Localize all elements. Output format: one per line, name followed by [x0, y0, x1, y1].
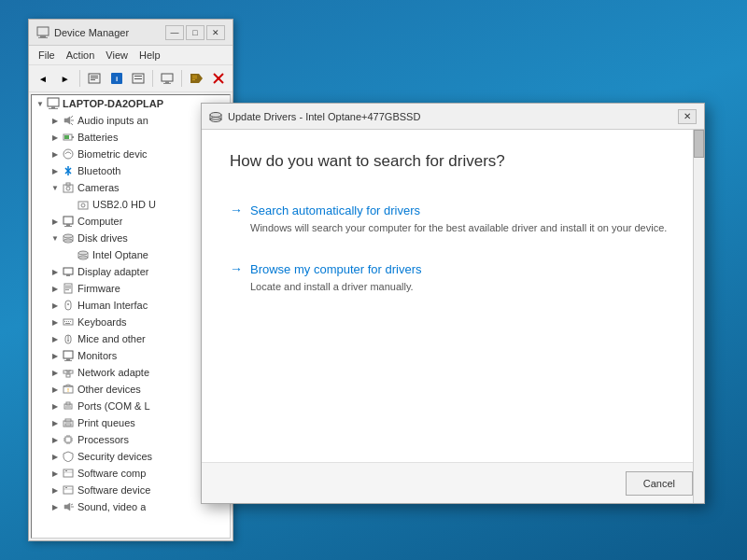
browse-title: Browse my computer for drivers	[250, 262, 422, 276]
svg-rect-50	[63, 268, 73, 274]
display-expand: ▶	[50, 267, 60, 276]
svg-rect-63	[65, 323, 70, 324]
optane-icon	[77, 248, 90, 261]
usb-camera-label: USB2.0 HD U	[92, 199, 156, 210]
minimize-button[interactable]: —	[165, 25, 184, 40]
properties-button[interactable]	[84, 68, 105, 89]
dialog-scroll-thumb[interactable]	[694, 130, 704, 158]
svg-rect-18	[192, 77, 197, 78]
svg-rect-70	[66, 374, 70, 377]
toolbar-separator-2	[152, 70, 153, 87]
svg-point-66	[67, 340, 69, 342]
audio-expand: ▶	[50, 116, 60, 125]
svg-rect-22	[48, 98, 59, 106]
svg-rect-42	[66, 224, 70, 226]
monitor-button[interactable]	[157, 68, 177, 89]
cancel-button[interactable]: Cancel	[626, 471, 693, 496]
svg-rect-87	[65, 437, 71, 442]
menu-action[interactable]: Action	[61, 48, 101, 63]
svg-rect-4	[91, 76, 98, 77]
print-expand: ▶	[50, 418, 60, 427]
svg-rect-61	[68, 321, 69, 322]
network-icon	[62, 366, 75, 379]
print-icon	[62, 416, 75, 429]
menu-view[interactable]: View	[100, 48, 134, 63]
security-label: Security devices	[78, 451, 152, 462]
mice-icon	[62, 332, 75, 345]
window-title: Device Manager	[54, 27, 129, 38]
menu-help[interactable]: Help	[134, 48, 166, 63]
svg-rect-98	[65, 470, 67, 471]
close-button[interactable]: ✕	[206, 25, 225, 40]
update-button[interactable]: i	[106, 68, 127, 89]
batteries-label: Batteries	[78, 132, 118, 143]
back-button[interactable]: ◄	[33, 68, 53, 89]
svg-rect-1	[40, 35, 46, 37]
svg-rect-12	[162, 74, 173, 81]
search-auto-desc: Windows will search your computer for th…	[250, 221, 676, 235]
browse-computer-option[interactable]: → Browse my computer for drivers Locate …	[230, 258, 676, 298]
svg-rect-11	[134, 78, 142, 79]
firmware-label: Firmware	[78, 283, 120, 294]
softwaredev-expand: ▶	[50, 485, 60, 495]
svg-point-57	[67, 303, 69, 305]
root-label: LAPTOP-DA2OPLAP	[63, 98, 163, 109]
keyboards-icon	[62, 315, 75, 329]
batteries-expand: ▶	[50, 133, 60, 142]
audio-icon	[62, 114, 75, 127]
browse-row: → Browse my computer for drivers	[230, 261, 676, 276]
title-bar-left: Device Manager	[36, 26, 129, 39]
remove-button[interactable]	[208, 68, 229, 89]
forward-button[interactable]: ►	[55, 68, 76, 89]
search-auto-row: → Search automatically for drivers	[230, 203, 676, 217]
svg-rect-23	[51, 106, 55, 108]
monitors-icon	[62, 349, 75, 362]
svg-rect-6	[91, 79, 95, 80]
scan-button[interactable]	[129, 68, 149, 89]
maximize-button[interactable]: □	[186, 25, 204, 40]
dialog-close-button[interactable]: ✕	[678, 109, 697, 124]
svg-rect-30	[72, 136, 74, 138]
hid-expand: ▶	[50, 301, 60, 310]
menu-file[interactable]: File	[33, 48, 61, 63]
svg-point-49	[78, 251, 88, 255]
dialog-scrollbar[interactable]	[693, 130, 704, 503]
disk-expand: ▼	[50, 233, 60, 243]
ports-icon	[62, 399, 75, 413]
svg-point-40	[81, 203, 85, 207]
sound-label: Sound, video a	[78, 501, 146, 512]
search-automatically-option[interactable]: → Search automatically for drivers Windo…	[230, 199, 676, 239]
computer-expand: ▶	[50, 217, 60, 226]
toolbar-separator-3	[181, 70, 182, 87]
svg-marker-16	[199, 74, 203, 83]
svg-rect-39	[78, 202, 88, 209]
monitors-expand: ▶	[50, 351, 60, 360]
dialog-content: How do you want to search for drivers? →…	[202, 130, 704, 462]
other-label: Other devices	[78, 384, 141, 395]
dialog-heading: How do you want to search for drivers?	[230, 152, 676, 171]
title-bar: Device Manager — □ ✕	[29, 20, 233, 46]
svg-rect-10	[134, 76, 142, 77]
disk-label: Disk drives	[78, 232, 128, 244]
processors-expand: ▶	[50, 435, 60, 444]
hid-label: Human Interfac	[78, 300, 148, 311]
other-icon: !	[62, 383, 75, 396]
biometric-icon	[62, 147, 75, 161]
svg-marker-25	[64, 117, 70, 124]
svg-rect-41	[63, 217, 73, 224]
update-drivers-dialog: Update Drivers - Intel Optane+477GBSSD ✕…	[201, 103, 705, 504]
browse-desc: Locate and install a driver manually.	[250, 280, 676, 294]
svg-rect-54	[65, 287, 71, 288]
biometric-label: Biometric devic	[78, 148, 148, 160]
softwaredev-label: Software device	[78, 484, 150, 496]
ports-expand: ▶	[50, 401, 60, 411]
root-expand-arrow: ▼	[35, 99, 45, 108]
search-auto-title: Search automatically for drivers	[250, 203, 420, 217]
svg-marker-77	[63, 385, 73, 386]
keyboards-expand: ▶	[50, 317, 60, 327]
svg-point-32	[63, 149, 73, 159]
sound-icon	[62, 500, 75, 513]
mice-label: Mice and other	[78, 333, 146, 344]
svg-rect-43	[64, 226, 72, 227]
add-button[interactable]	[186, 68, 206, 89]
